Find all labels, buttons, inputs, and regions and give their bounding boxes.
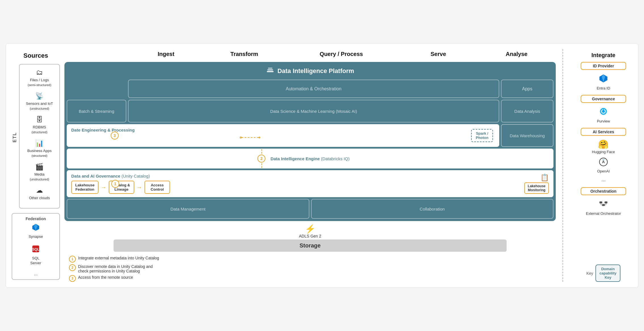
rdbms-icon: 🗄 [36,115,43,124]
batch-spacer [67,80,126,98]
arrow-2: → [137,184,142,191]
legend-num-3: 3 [69,275,76,282]
openai-label: OpenAI [597,169,610,173]
diq-title: Data Intelligence Engine (Databricks IQ) [270,156,349,161]
lakehouse-fed-label: LakehouseFederation [75,183,95,191]
synapse-label: Synapse [29,234,43,239]
platform-box: Data Intelligence Platform Automation & … [64,62,556,221]
entra-icon [598,73,609,86]
spark-label: Spark /Photon [476,131,488,140]
synapse-icon [32,223,40,233]
query-header: Query / Process [284,49,399,59]
legend-num-2: 2 [69,264,76,271]
hugging-face-label: Hugging Face [592,150,615,154]
access-control-label: AccessControl [151,183,164,191]
storage-area: ⚡ ADLS Gen 2 Storage [64,224,556,252]
entra-id-label: Entra ID [597,86,610,90]
svg-rect-17 [605,201,607,203]
pipeline-area: Ingest Transform Query / Process Serve A… [64,49,556,282]
gov-items: LakehouseFederation → Catalog &Lineage →… [71,181,549,194]
eng-row: 3 Date Engineering & Processing Spark /P… [67,124,553,147]
divider [563,49,563,282]
svg-rect-6 [268,68,272,69]
svg-rect-4 [267,71,274,72]
source-rdbms-label: RDBMS(structured) [32,125,47,135]
source-clouds: ☁ Other clouds [22,186,57,201]
sql-icon: SQL [32,245,40,255]
collaboration-cell: Collaboration [311,199,554,219]
source-clouds-label: Other clouds [29,196,50,201]
gov-title: Data and AI Governance (Unity Catalog) [71,174,549,178]
dw-label: Data Warehousing [510,133,545,138]
sensors-icon: 📡 [35,91,44,100]
governance-row: Data and AI Governance (Unity Catalog) 📋… [67,170,553,197]
fed-sql: SQL SQLServer [30,245,41,266]
eng-title: Date Engineering & Processing [71,128,495,132]
legend-area: 1 Integrate external metadata into Unity… [64,256,556,282]
hugging-face-icon: 🤗 [598,139,609,149]
federation-items: Synapse SQL SQLServer ... [14,223,57,276]
orchestration-label: Orchestration [590,189,616,193]
batch-cell: Batch & Streaming [67,100,126,122]
num-circle-2: 2 [257,155,265,163]
platform-title: Data Intelligence Platform [277,67,354,75]
key-row: Key DomaincapabilityKey [586,259,620,282]
svg-rect-5 [267,69,273,70]
connector-dot-2 [259,137,260,138]
source-media-label: Media(unstructured) [30,172,49,182]
orchestration-box: Orchestration [581,187,626,195]
main-container: Sources ETL 🗂 Files / Logs(semi-structur… [6,43,638,288]
num-circle-1: 1 [111,180,119,188]
key-label: DomaincapabilityKey [599,267,616,280]
ext-orch-label: External Orchestrator [586,211,621,216]
pipeline-headers: Ingest Transform Query / Process Serve A… [64,49,556,59]
collaboration-label: Collaboration [420,207,445,211]
fed-synapse: Synapse [29,223,43,239]
lakehouse-fed-box: LakehouseFederation [71,181,98,194]
svg-point-12 [603,109,604,111]
ai-services-label: AI Services [593,130,614,134]
purview-icon [598,106,609,118]
key-text-label: Key [586,271,593,276]
adls-icon: ⚡ [305,224,315,234]
legend-text-1: Integrate external metadata into Unity C… [78,256,159,260]
platform-title-row: Data Intelligence Platform [67,64,553,78]
id-provider-box: ID Provider [581,62,626,70]
ai-services-box: AI Services [581,128,626,136]
sources-header: Sources [12,49,60,64]
serve-header: Serve [399,49,477,59]
arrow-1: → [101,184,106,191]
etl-sources-box: 🗂 Files / Logs(semi-structured) 📡 Sensor… [19,64,60,209]
access-control-box: AccessControl [144,181,170,194]
batch-label: Batch & Streaming [79,109,114,114]
diq-cell: Data Intelligence Engine (Databricks IQ)… [67,149,553,168]
batch-ds-row: Batch & Streaming Data Science & Machine… [67,100,553,122]
files-icon: 🗂 [36,68,43,77]
etl-label: ETL [12,132,17,142]
svg-text:AI: AI [602,158,605,161]
source-bizapps-label: Business Apps(structured) [27,149,51,158]
legend-item-2: 2 Discover remote data in Unity Catalog … [69,264,556,273]
data-mgmt-label: Data Management [171,207,205,211]
transform-header: Transform [205,49,284,59]
legend-text-2: Discover remote data in Unity Catalog an… [78,264,153,273]
federation-box: Federation Synapse SQL SQLServer ... [12,213,60,280]
svg-rect-16 [599,201,602,203]
adls-label: ADLS Gen 2 [299,234,321,238]
automation-row: Automation & Orchestration Apps [67,80,553,98]
source-files: 🗂 Files / Logs(semi-structured) [22,68,57,88]
apps-label: Apps [522,86,532,91]
governance-section-label: Governance [592,97,615,101]
source-rdbms: 🗄 RDBMS(structured) [22,115,57,135]
purview-item: Purview [597,106,610,123]
sql-label: SQLServer [30,256,41,266]
openai-icon: A AI [599,157,608,168]
data-mgmt-cell: Data Management [67,199,309,219]
automation-label: Automation & Orchestration [286,86,342,91]
diq-row: Data Intelligence Engine (Databricks IQ)… [67,149,553,168]
analyse-header: Analyse [477,49,556,59]
ext-orch-item: External Orchestrator [586,199,621,216]
hugging-face-item: 🤗 Hugging Face [592,139,615,154]
storage-bar: Storage [114,240,507,252]
db-icon: 📋 [540,174,549,182]
